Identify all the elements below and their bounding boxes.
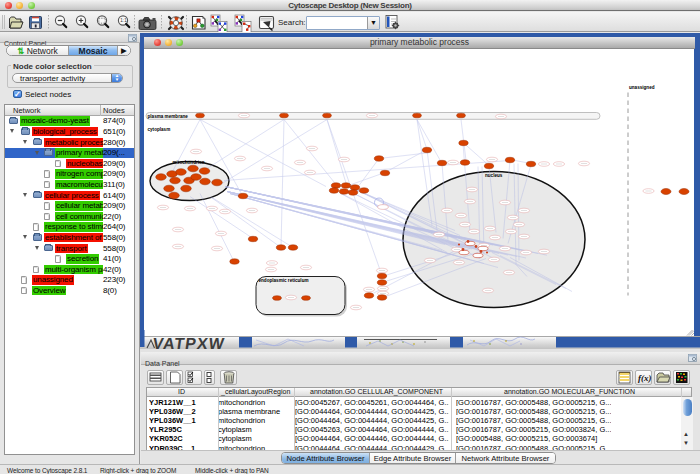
svg-text:VATPXW: VATPXW xyxy=(152,334,227,352)
svg-text:1:1: 1:1 xyxy=(120,18,127,23)
svg-text:unassigned: unassigned xyxy=(629,84,655,89)
svg-text:f(x): f(x) xyxy=(638,373,652,383)
svg-text:cytoplasm: cytoplasm xyxy=(148,127,171,132)
svg-text:nucleus: nucleus xyxy=(485,172,503,177)
svg-text:endoplasmic reticulum: endoplasmic reticulum xyxy=(259,277,309,282)
svg-text:plasma membrane: plasma membrane xyxy=(148,113,189,118)
